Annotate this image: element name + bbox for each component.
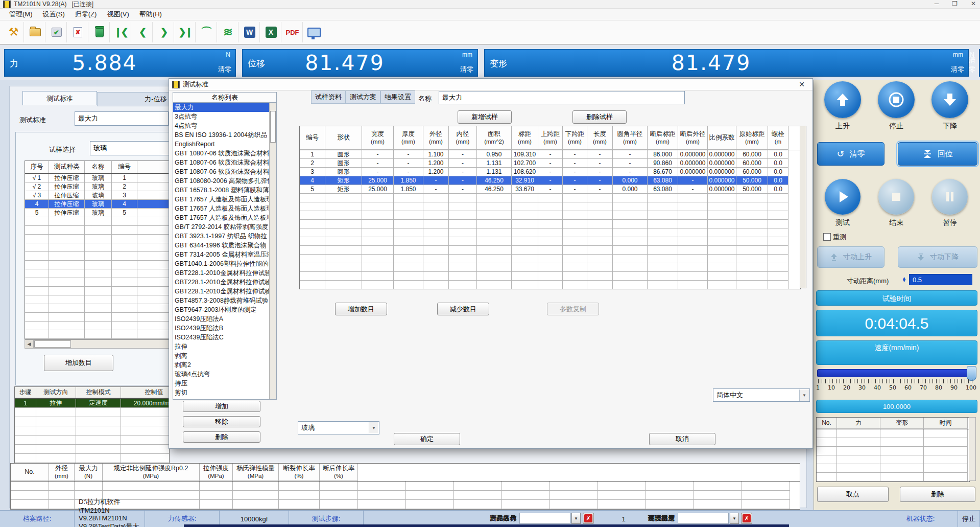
open-file-button[interactable] xyxy=(25,22,45,42)
field-input[interactable] xyxy=(678,513,729,524)
standard-item[interactable]: 剥离2 xyxy=(173,360,269,370)
excel-export-button[interactable]: X xyxy=(261,22,281,42)
word-export-button[interactable]: W xyxy=(240,22,260,42)
table-row[interactable] xyxy=(25,322,169,330)
delete-point-button[interactable]: 删除 xyxy=(900,487,975,502)
specimen-table-vscrollbar[interactable] xyxy=(800,126,806,288)
table-row[interactable]: 4矩形25.0001.850--46.25032.910---0.00063.0… xyxy=(300,176,800,185)
standard-item[interactable]: GBT228.1-2010金属材料拉伸试验 xyxy=(173,287,269,296)
menu-item[interactable]: 归零(Z) xyxy=(70,9,102,20)
curve-button[interactable]: ⌒ xyxy=(197,22,217,42)
table-row[interactable] xyxy=(25,235,169,243)
table-row[interactable] xyxy=(15,445,169,454)
table-row[interactable] xyxy=(25,269,169,278)
stop-motion-button[interactable] xyxy=(878,81,915,118)
dialog-close-icon[interactable]: ✕ xyxy=(796,80,807,89)
maximize-icon[interactable]: ❒ xyxy=(952,0,958,7)
standard-item[interactable]: BS EN ISO 13936-1 2004纺织品 xyxy=(173,130,269,140)
jog-down-button[interactable]: 寸动下降 xyxy=(898,246,977,268)
standard-item[interactable]: GBT4857.3-2008静载荷堆码试验 xyxy=(173,296,269,305)
standard-item[interactable]: 剥离 xyxy=(173,351,269,360)
standard-item[interactable]: GBT 17657 人造板及饰面人造板理 xyxy=(173,213,269,222)
table-row[interactable] xyxy=(300,228,800,237)
jog-distance-stepper[interactable]: ▲▼ xyxy=(902,274,906,285)
standard-item[interactable]: GBT 17657 人造板及饰面人造板理 xyxy=(173,195,269,204)
standard-item[interactable]: GBT 10807-06 软质泡沫聚合材料 xyxy=(173,149,269,158)
start-test-button[interactable] xyxy=(825,179,861,215)
clear-button[interactable]: 清零 xyxy=(218,65,231,74)
table-row[interactable] xyxy=(25,252,169,261)
table-row[interactable] xyxy=(15,408,169,417)
move-down-button[interactable] xyxy=(931,81,968,118)
table-row[interactable] xyxy=(300,237,800,246)
pause-test-button[interactable] xyxy=(932,179,968,215)
increase-count-button[interactable]: 增加数目 xyxy=(335,303,387,315)
standard-item[interactable]: GBT1040.1-2006塑料拉伸性能的 xyxy=(173,259,269,268)
table-row[interactable]: √ 2拉伸压缩玻璃2 xyxy=(25,182,169,191)
table-row[interactable] xyxy=(15,426,169,436)
clear-button[interactable]: 清零 xyxy=(460,65,473,74)
menu-item[interactable]: 设置(S) xyxy=(38,9,70,20)
table-row[interactable] xyxy=(25,243,169,252)
standard-item[interactable]: 最大力 xyxy=(173,103,269,112)
points-table-vscrollbar[interactable] xyxy=(969,417,976,481)
last-curve-button[interactable]: ❯❙ xyxy=(175,22,196,42)
table-row[interactable]: √ 1拉伸压缩玻璃1 xyxy=(25,174,169,182)
table-row[interactable]: 4拉伸压缩玻璃4 xyxy=(25,200,169,209)
field-input[interactable] xyxy=(519,513,570,524)
standard-item[interactable]: ISO2439压陷法C xyxy=(173,333,269,342)
table-row[interactable] xyxy=(25,278,169,287)
dialog-tab[interactable]: 测试方案 xyxy=(346,90,380,104)
zero-button[interactable]: ↺ 清零 xyxy=(817,142,885,166)
language-combo[interactable]: 简体中文 ▼ xyxy=(713,388,810,402)
specimen-combo[interactable]: 玻璃 ▼ xyxy=(298,421,379,434)
table-row[interactable] xyxy=(817,455,969,464)
table-row[interactable] xyxy=(300,272,800,281)
list-action-button[interactable]: 移除 xyxy=(183,416,260,427)
end-test-button[interactable] xyxy=(878,179,914,215)
table-row[interactable] xyxy=(25,226,169,235)
table-row[interactable] xyxy=(817,438,969,447)
table-row[interactable] xyxy=(25,287,169,295)
standard-item[interactable]: GBT 6344-1996 软质泡沫聚合物 xyxy=(173,241,269,250)
tab-test-standard[interactable]: 测试标准 xyxy=(22,91,97,105)
close-file-button[interactable]: ✘ xyxy=(68,22,88,42)
standard-item[interactable]: GBT228.1-2010金属材料拉伸试验 xyxy=(173,268,269,278)
table-row[interactable]: 5拉伸压缩玻璃5 xyxy=(25,209,169,217)
standard-item[interactable]: EnglishReport xyxy=(173,140,269,149)
pdf-export-button[interactable]: PDF xyxy=(282,22,303,42)
table-row[interactable] xyxy=(300,211,800,220)
scroll-left-icon[interactable]: ◀ xyxy=(25,340,34,348)
list-action-button[interactable]: 增加 xyxy=(183,401,260,412)
copy-params-button[interactable]: 参数复制 xyxy=(547,303,599,315)
standard-item[interactable]: GBT 108080-2006 高聚物多孔弹性 xyxy=(173,176,269,186)
prev-curve-button[interactable]: ❮ xyxy=(132,22,153,42)
standard-item[interactable]: ISO2439压陷法B xyxy=(173,324,269,333)
table-row[interactable] xyxy=(15,454,169,463)
table-row[interactable] xyxy=(11,482,800,491)
table-row[interactable] xyxy=(300,255,800,263)
table-row[interactable]: 3圆形--1.200-1.131108.620----86.6700.00000… xyxy=(300,168,800,176)
test-standard-input[interactable] xyxy=(75,111,169,126)
table-row[interactable] xyxy=(15,417,169,426)
clear-field-button[interactable]: ✗ xyxy=(741,513,752,524)
standard-item[interactable]: 剪切 xyxy=(173,388,269,397)
table-row[interactable] xyxy=(300,246,800,255)
menu-item[interactable]: 视图(V) xyxy=(102,9,134,20)
standard-item[interactable]: GBT 17657 人造板及饰面人造板理 xyxy=(173,204,269,213)
table-row[interactable] xyxy=(300,202,800,211)
standard-item[interactable]: GBT 3923.1-1997 纺织品 织物拉 xyxy=(173,232,269,241)
standards-list-vscrollbar[interactable] xyxy=(269,103,276,399)
table-row[interactable] xyxy=(25,313,169,322)
standard-item[interactable]: 持压 xyxy=(173,379,269,388)
standard-item[interactable]: GB/T 2792-2014 胶粘带剥离强度 xyxy=(173,222,269,232)
decrease-count-button[interactable]: 减少数目 xyxy=(437,303,489,315)
standard-item[interactable]: ISO2439压陷法A xyxy=(173,314,269,324)
list-action-button[interactable]: 删除 xyxy=(183,431,260,443)
next-curve-button[interactable]: ❯ xyxy=(154,22,174,42)
standard-item[interactable]: 3点抗弯 xyxy=(173,112,269,121)
retest-checkbox[interactable] xyxy=(823,233,831,241)
close-icon[interactable]: ✕ xyxy=(971,0,976,7)
dialog-tab[interactable]: 试样资料 xyxy=(311,90,346,104)
standard-item[interactable]: 拉伸 xyxy=(173,342,269,351)
